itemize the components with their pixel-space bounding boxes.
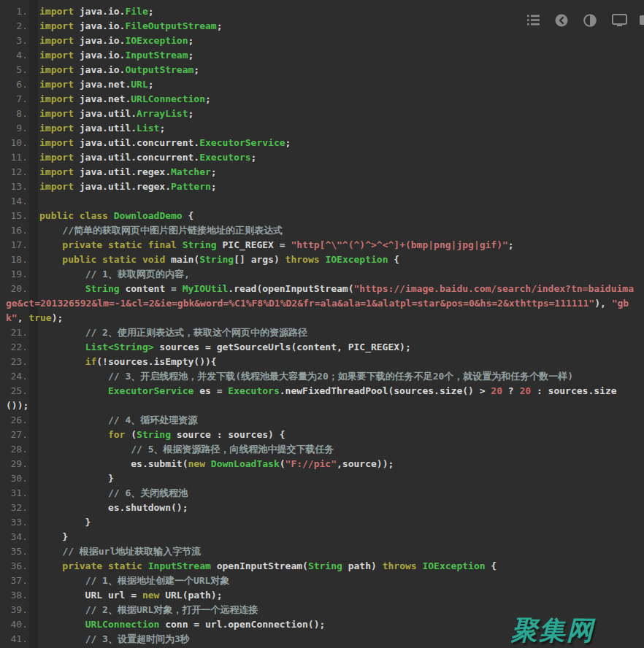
code-token-com: // 2、根据URL对象，打开一个远程连接 [85,604,258,615]
line-number: 22. [6,340,28,355]
code-line: 28. // 5、根据资源路径，向线程池中提交下载任务 [6,442,638,457]
code-line: 9.import java.util.List; [6,121,638,136]
code-token-pln: openInputStream( [211,560,308,571]
code-token-pln: path) [342,560,383,571]
code-token-typ: URL [131,79,147,90]
code-token-typ: IOException [422,560,485,571]
code-token-pln: ; [193,64,199,75]
code-line: 3.import java.io.IOException; [6,34,638,48]
code-line: 1.import java.io.File; [6,4,638,19]
code-token-pln: ; [188,50,194,61]
code-line: 12.import java.util.regex.Matcher; [6,165,638,180]
code-token-typ: FileOutputStream [125,20,216,31]
code-token-pln [205,458,211,469]
code-token-pln: [] args) [234,254,285,265]
code-token-pln [39,342,85,352]
code-token-typ: ExecutorService [108,385,193,396]
code-token-kw: throws [383,560,417,571]
code-token-pln: es = [193,385,228,396]
code-token-kw: import [39,6,74,17]
line-number: 36. [6,559,28,574]
code-token-pln: { [183,210,194,221]
code-token-kw: import [39,108,74,119]
code-token-pln [39,444,131,455]
code-token-pln [39,633,85,644]
code-token-kw: import [39,137,74,148]
code-token-pln: ; [188,108,194,119]
list-icon[interactable] [527,15,540,26]
code-token-pln: URL(path); [159,590,222,601]
code-token-kw: import [39,123,74,134]
code-token-typ: Pattern [171,181,211,192]
monitor-icon[interactable] [612,14,627,27]
line-number: 12. [6,165,28,180]
line-number: 27. [6,428,28,442]
code-line: 33. } [6,515,638,530]
code-token-typ: ArrayList [137,108,188,119]
code-line: 14. [6,194,638,209]
line-number: 17. [6,238,28,252]
chevron-left-circle-icon[interactable] [555,14,568,27]
partial-icon[interactable] [640,14,644,27]
line-number: 19. [6,267,28,282]
line-number: 26. [6,413,28,428]
code-token-com: // 1、根据地址创建一个URL对象 [85,575,230,586]
code-token-pln: { [388,254,400,265]
code-line: 24. // 3、开启线程池，并发下载(线程池最大容量为20；如果要下载的任务不… [6,369,638,384]
code-line: 10.import java.util.concurrent.ExecutorS… [6,136,638,150]
line-number: 35. [6,544,28,559]
code-line: 26. // 4、循环处理资源 [6,413,638,428]
code-token-kw: import [39,79,74,90]
code-token-num: 20 [491,385,502,396]
code-token-pln: URL url = [39,590,142,601]
code-token-com: // 1、获取网页的内容, [85,269,190,279]
code-token-kw: private [62,239,102,250]
code-token-pln [177,239,183,250]
code-token-pln [39,619,85,630]
code-token-pln: sources = getSourceUrls(content, PIC_REG… [154,342,411,352]
code-token-com: // 5、根据资源路径，向线程池中提交下载任务 [131,444,334,455]
code-token-com: // 根据url地址获取输入字节流 [62,546,201,557]
code-line: 7.import java.net.URLConnection; [6,92,638,107]
code-token-pln: ; [159,123,165,134]
code-line: 29. es.submit(new DownLoadTask("F://pic"… [6,457,638,471]
code-token-pln [39,225,62,236]
code-token-pln [39,414,108,425]
code-token-kw: public [62,254,96,265]
line-number: 10. [6,136,28,150]
code-token-typ: String [183,239,217,250]
line-number: 20. [6,282,28,296]
code-line: 36. private static InputStream openInput… [6,559,638,574]
code-line: 15.public class DownloadDemo { [6,209,638,223]
code-token-pln [39,560,62,571]
code-token-pln: java.util.concurrent. [74,152,199,163]
code-token-kw: import [39,93,74,104]
line-number: 16. [6,223,28,238]
code-line: 27. for (String source : sources) { [6,428,638,442]
code-token-pln [39,254,62,265]
code-line: 2.import java.io.FileOutputStream; [6,19,638,34]
line-number: 4. [6,48,28,63]
code-token-pln [39,239,62,250]
code-token-pln: , [18,312,29,323]
code-line: 38. URL url = new URL(path); [6,588,638,603]
code-line: 25. ExecutorService es = Executors.newFi… [6,384,638,413]
code-token-typ: URLConnection [85,619,160,630]
code-token-pln: content = [120,283,183,294]
line-number: 34. [6,530,28,544]
code-token-pln: ), [594,298,611,309]
code-token-pln: ; [217,20,223,31]
contrast-icon[interactable] [583,14,597,27]
code-token-kw: import [39,64,74,75]
code-line: 16. //简单的获取网页中图片图片链接地址的正则表达式 [6,223,638,238]
code-token-pln: java.io. [74,50,125,61]
line-number: 7. [6,92,28,107]
code-token-pln: ; [148,79,154,90]
code-token-pln: .newFixedThreadPool(sources.size() > [280,385,491,396]
code-token-typ: InputStream [125,50,188,61]
line-number: 30. [6,471,28,486]
line-number: 23. [6,355,28,369]
code-token-kw: for [108,429,125,440]
code-token-str: "F://pic" [285,458,337,469]
code-line: 5.import java.io.OutputStream; [6,63,638,77]
